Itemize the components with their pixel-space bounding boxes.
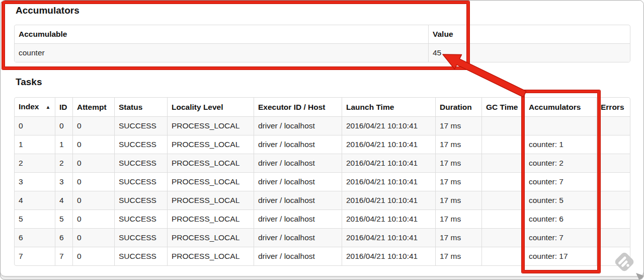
task-errors-cell (596, 116, 630, 135)
task-status-cell: SUCCESS (114, 172, 167, 191)
tasks-header-launch-time[interactable]: Launch Time (342, 98, 435, 116)
task-launch-time-cell: 2016/04/21 10:10:41 (342, 116, 435, 135)
task-gc-time-cell (481, 135, 524, 154)
task-duration-cell: 17 ms (435, 154, 481, 172)
task-launch-time-cell: 2016/04/21 10:10:41 (342, 247, 435, 265)
task-duration-cell: 17 ms (435, 116, 481, 135)
accumulable-cell: counter (15, 43, 428, 62)
task-executor-cell: driver / localhost (254, 154, 342, 172)
page-content: Accumulators Accumulable Value counter 4… (1, 1, 643, 276)
tasks-header-duration[interactable]: Duration (435, 98, 481, 116)
task-launch-time-cell: 2016/04/21 10:10:41 (342, 209, 435, 228)
accumulable-column-header: Accumulable (15, 25, 428, 43)
task-gc-time-cell (481, 247, 524, 265)
tasks-header-index[interactable]: Index▲ (15, 98, 55, 116)
task-executor-cell: driver / localhost (254, 191, 342, 209)
task-accumulators-cell: counter: 5 (524, 191, 596, 209)
task-executor-cell: driver / localhost (254, 228, 342, 247)
tasks-header-executor-id-host[interactable]: Executor ID / Host (254, 98, 342, 116)
task-errors-cell (596, 191, 630, 209)
task-index-cell: 0 (15, 116, 55, 135)
task-accumulators-cell: counter: 7 (524, 228, 596, 247)
browser-viewport: Accumulators Accumulable Value counter 4… (0, 0, 644, 280)
task-row: 3 3 0 SUCCESS PROCESS_LOCAL driver / loc… (15, 172, 630, 191)
skitch-watermark-icon (612, 250, 636, 274)
task-locality-cell: PROCESS_LOCAL (167, 191, 254, 209)
task-launch-time-cell: 2016/04/21 10:10:41 (342, 154, 435, 172)
task-id-cell: 2 (55, 154, 72, 172)
task-accumulators-cell: counter: 2 (524, 154, 596, 172)
task-status-cell: SUCCESS (114, 135, 167, 154)
tasks-table: Index▲ ID Attempt Status Locality Level … (14, 97, 630, 266)
task-index-cell: 6 (15, 228, 55, 247)
task-gc-time-cell (481, 154, 524, 172)
task-row: 7 7 0 SUCCESS PROCESS_LOCAL driver / loc… (15, 247, 630, 265)
task-executor-cell: driver / localhost (254, 172, 342, 191)
task-attempt-cell: 0 (72, 172, 114, 191)
tasks-header-accumulators[interactable]: Accumulators (524, 98, 596, 116)
tasks-header-index-label: Index (19, 102, 39, 111)
task-attempt-cell: 0 (72, 228, 114, 247)
task-duration-cell: 17 ms (435, 191, 481, 209)
task-status-cell: SUCCESS (114, 191, 167, 209)
task-locality-cell: PROCESS_LOCAL (167, 135, 254, 154)
task-locality-cell: PROCESS_LOCAL (167, 116, 254, 135)
task-id-cell: 4 (55, 191, 72, 209)
task-gc-time-cell (481, 191, 524, 209)
tasks-header-errors[interactable]: Errors (596, 98, 630, 116)
task-executor-cell: driver / localhost (254, 135, 342, 154)
task-launch-time-cell: 2016/04/21 10:10:41 (342, 191, 435, 209)
accumulators-table: Accumulable Value counter 45 (14, 25, 630, 62)
task-gc-time-cell (481, 209, 524, 228)
task-duration-cell: 17 ms (435, 135, 481, 154)
task-locality-cell: PROCESS_LOCAL (167, 209, 254, 228)
task-status-cell: SUCCESS (114, 247, 167, 265)
task-id-cell: 7 (55, 247, 72, 265)
task-errors-cell (596, 135, 630, 154)
tasks-header-row: Index▲ ID Attempt Status Locality Level … (15, 98, 630, 116)
task-gc-time-cell (481, 172, 524, 191)
task-id-cell: 6 (55, 228, 72, 247)
task-locality-cell: PROCESS_LOCAL (167, 154, 254, 172)
task-row: 6 6 0 SUCCESS PROCESS_LOCAL driver / loc… (15, 228, 630, 247)
tasks-header-id[interactable]: ID (55, 98, 72, 116)
task-accumulators-cell: counter: 6 (524, 209, 596, 228)
task-id-cell: 1 (55, 135, 72, 154)
task-launch-time-cell: 2016/04/21 10:10:41 (342, 135, 435, 154)
task-status-cell: SUCCESS (114, 228, 167, 247)
task-status-cell: SUCCESS (114, 209, 167, 228)
task-attempt-cell: 0 (72, 116, 114, 135)
task-accumulators-cell: counter: 7 (524, 172, 596, 191)
task-locality-cell: PROCESS_LOCAL (167, 172, 254, 191)
task-errors-cell (596, 228, 630, 247)
task-accumulators-cell (524, 116, 596, 135)
task-attempt-cell: 0 (72, 209, 114, 228)
tasks-header-status[interactable]: Status (114, 98, 167, 116)
task-index-cell: 2 (15, 154, 55, 172)
task-index-cell: 1 (15, 135, 55, 154)
task-errors-cell (596, 154, 630, 172)
task-id-cell: 3 (55, 172, 72, 191)
task-row: 4 4 0 SUCCESS PROCESS_LOCAL driver / loc… (15, 191, 630, 209)
task-gc-time-cell (481, 228, 524, 247)
task-gc-time-cell (481, 116, 524, 135)
task-launch-time-cell: 2016/04/21 10:10:41 (342, 228, 435, 247)
task-duration-cell: 17 ms (435, 228, 481, 247)
task-row: 1 1 0 SUCCESS PROCESS_LOCAL driver / loc… (15, 135, 630, 154)
task-attempt-cell: 0 (72, 247, 114, 265)
tasks-section-title: Tasks (16, 76, 42, 88)
task-duration-cell: 17 ms (435, 209, 481, 228)
task-status-cell: SUCCESS (114, 154, 167, 172)
task-index-cell: 7 (15, 247, 55, 265)
tasks-header-gc-time[interactable]: GC Time (481, 98, 524, 116)
task-duration-cell: 17 ms (435, 247, 481, 265)
task-executor-cell: driver / localhost (254, 116, 342, 135)
tasks-header-attempt[interactable]: Attempt (72, 98, 114, 116)
task-locality-cell: PROCESS_LOCAL (167, 247, 254, 265)
task-errors-cell (596, 172, 630, 191)
accumulator-row: counter 45 (15, 43, 630, 62)
tasks-header-locality-level[interactable]: Locality Level (167, 98, 254, 116)
accumulator-value-cell: 45 (428, 43, 630, 62)
task-row: 5 5 0 SUCCESS PROCESS_LOCAL driver / loc… (15, 209, 630, 228)
task-id-cell: 0 (55, 116, 72, 135)
